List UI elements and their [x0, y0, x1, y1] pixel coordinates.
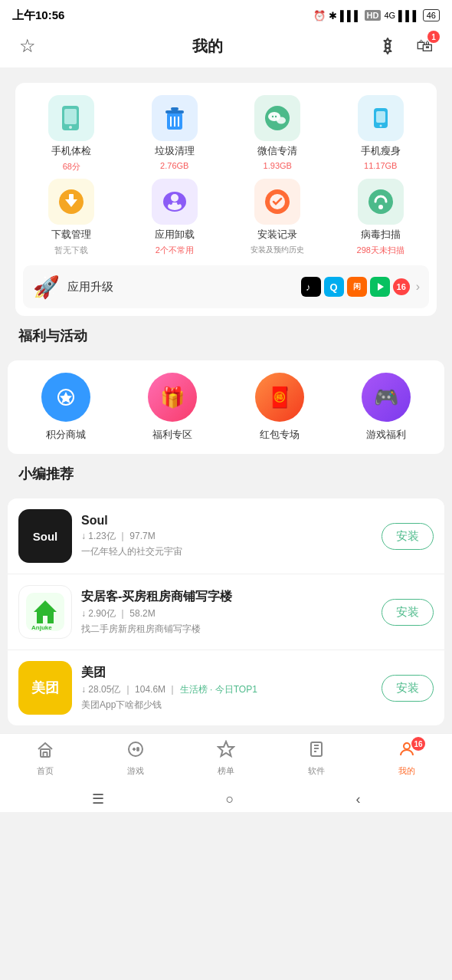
benefits-title: 福利与活动 [8, 324, 444, 351]
hd-label: HD [365, 10, 382, 21]
lte-label: 4G [384, 11, 395, 20]
soul-desc: 一亿年轻人的社交元宇宙 [81, 545, 372, 558]
tool-trash-name: 垃圾清理 [155, 144, 195, 158]
nav-rankings-label: 榜单 [218, 765, 234, 777]
svg-marker-33 [60, 392, 72, 403]
svg-rect-6 [171, 107, 179, 110]
tool-trash-clean[interactable]: 垃圾清理 2.76GB [126, 95, 224, 173]
wechat-icon [263, 104, 292, 133]
benefit-points-label: 积分商城 [46, 428, 86, 442]
upgrade-label: 应用升级 [67, 280, 293, 294]
tool-virus-scan[interactable]: 病毒扫描 298天未扫描 [332, 179, 430, 256]
benefit-game[interactable]: 🎮 游戏福利 [336, 373, 437, 442]
svg-text:♪: ♪ [306, 281, 311, 293]
tool-uninstall-name: 应用卸载 [155, 228, 195, 242]
svg-point-12 [277, 117, 286, 124]
svg-point-22 [171, 194, 179, 202]
star-button[interactable]: ☆ [15, 34, 40, 58]
tool-wechat-value: 1.93GB [264, 161, 292, 170]
benefit-redpacket[interactable]: 🧧 红包专场 [229, 373, 330, 442]
meituan-icon-text: 美团 [31, 679, 59, 697]
nav-software[interactable]: 软件 [293, 740, 339, 777]
download-icon [57, 187, 86, 216]
tool-trash-value: 2.76GB [160, 161, 188, 170]
upgrade-count: 16 [393, 278, 410, 295]
back-gesture-icon[interactable]: ‹ [355, 791, 360, 807]
battery-label: 46 [423, 9, 440, 21]
welfare-icon: 🎁 [148, 373, 197, 422]
svg-point-14 [275, 116, 277, 117]
nav-software-label: 软件 [308, 765, 325, 777]
tool-install-records[interactable]: 安装记录 安装及预约历史 [229, 179, 326, 256]
alarm-icon: ⏰ [313, 10, 326, 21]
tool-wechat-clean[interactable]: 微信专清 1.93GB [229, 95, 326, 173]
svg-rect-38 [44, 752, 47, 757]
rec-section: 小编推荐 Soul Soul ↓ 1.23亿 ｜ 97.7M 一亿年轻人的社交元… [8, 462, 444, 725]
meituan-install-button[interactable]: 安装 [382, 675, 434, 702]
soul-meta: ↓ 1.23亿 ｜ 97.7M [81, 530, 372, 543]
tool-install-value: 安装及预约历史 [251, 245, 304, 255]
benefit-welfare-label: 福利专区 [152, 428, 192, 442]
svg-point-13 [272, 116, 273, 117]
settings-button[interactable] [375, 34, 400, 58]
software-icon [307, 740, 326, 763]
tool-phone-slim[interactable]: 手机瘦身 11.17GB [332, 95, 430, 173]
app-thumb-misc [370, 277, 390, 297]
tool-download-name: 下载管理 [51, 228, 91, 242]
app-thumb-xianyu: 闲 [347, 277, 367, 297]
app-thumb-qq: Q [324, 277, 344, 297]
home-gesture-icon[interactable]: ○ [226, 791, 234, 807]
rocket-icon: 🚀 [32, 273, 60, 301]
rec-list: Soul Soul ↓ 1.23亿 ｜ 97.7M 一亿年轻人的社交元宇宙 安装… [8, 498, 444, 725]
nav-rankings[interactable]: 榜单 [203, 740, 249, 777]
tool-phone-slim-value: 11.17GB [364, 161, 397, 170]
nav-mine-badge: 16 [411, 737, 425, 751]
benefits-section: 福利与活动 积分商城 🎁 福利专区 🧧 红包专场 [8, 324, 444, 454]
nav-games[interactable]: 游戏 [113, 740, 159, 777]
svg-point-28 [368, 189, 393, 214]
game-icon [126, 740, 145, 763]
soul-name: Soul [81, 514, 372, 528]
meituan-tag: 生活榜 · 今日TOP1 [180, 684, 257, 695]
rec-item-soul: Soul Soul ↓ 1.23亿 ｜ 97.7M 一亿年轻人的社交元宇宙 安装 [8, 498, 444, 574]
svg-text:Anjuke: Anjuke [31, 624, 52, 631]
tool-download-value: 暂无下载 [54, 245, 88, 256]
tools-grid: 手机体检 68分 垃圾清理 2.76GB [23, 95, 429, 256]
status-icons: ⏰ ✱ ▌▌▌ HD 4G ▌▌▌ 46 [313, 9, 440, 21]
cart-button[interactable]: 🛍 1 [412, 34, 437, 58]
meituan-info: 美团 ↓ 28.05亿 ｜ 104.6M ｜ 生活榜 · 今日TOP1 美团Ap… [81, 665, 372, 712]
svg-point-43 [137, 749, 139, 751]
phone-checkup-icon [57, 104, 86, 133]
meituan-desc: 美团App下啥都少钱 [81, 699, 372, 712]
install-records-icon [263, 187, 292, 216]
star-icon: ☆ [19, 35, 36, 57]
nav-mine[interactable]: 我的 16 [384, 740, 430, 777]
tools-card: 手机体检 68分 垃圾清理 2.76GB [15, 83, 437, 316]
anjuke-name: 安居客-买房租房商铺写字楼 [81, 589, 372, 605]
benefit-redpacket-label: 红包专场 [260, 428, 300, 442]
nav-home[interactable]: 首页 [22, 740, 68, 777]
gesture-bar: ☰ ○ ‹ [0, 784, 452, 812]
virus-scan-icon [366, 187, 395, 216]
svg-point-29 [378, 205, 383, 209]
benefit-welfare[interactable]: 🎁 福利专区 [123, 373, 224, 442]
upgrade-arrow-icon: › [416, 280, 420, 294]
tool-app-uninstall[interactable]: 应用卸载 2个不常用 [126, 179, 224, 256]
soul-install-button[interactable]: 安装 [382, 523, 434, 550]
anjuke-meta: ↓ 2.90亿 ｜ 58.2M [81, 607, 372, 620]
upgrade-banner[interactable]: 🚀 应用升级 ♪ Q 闲 16 › [23, 265, 429, 308]
benefit-points-mall[interactable]: 积分商城 [15, 373, 116, 442]
status-bar: 上午10:56 ⏰ ✱ ▌▌▌ HD 4G ▌▌▌ 46 [0, 0, 452, 28]
svg-marker-44 [218, 742, 234, 756]
upgrade-apps: ♪ Q 闲 16 › [301, 277, 420, 297]
tool-phone-checkup[interactable]: 手机体检 68分 [23, 95, 120, 173]
tool-wechat-name: 微信专清 [257, 144, 297, 158]
svg-rect-5 [165, 110, 184, 113]
tool-virus-value: 298天未扫描 [357, 245, 405, 256]
cart-badge: 1 [427, 31, 440, 43]
anjuke-install-button[interactable]: 安装 [382, 599, 434, 626]
menu-gesture-icon[interactable]: ☰ [92, 791, 104, 807]
svg-point-24 [169, 202, 172, 205]
tool-download-mgr[interactable]: 下载管理 暂无下载 [23, 179, 120, 256]
bottom-nav: 首页 游戏 榜单 软件 我的 16 [0, 733, 452, 784]
